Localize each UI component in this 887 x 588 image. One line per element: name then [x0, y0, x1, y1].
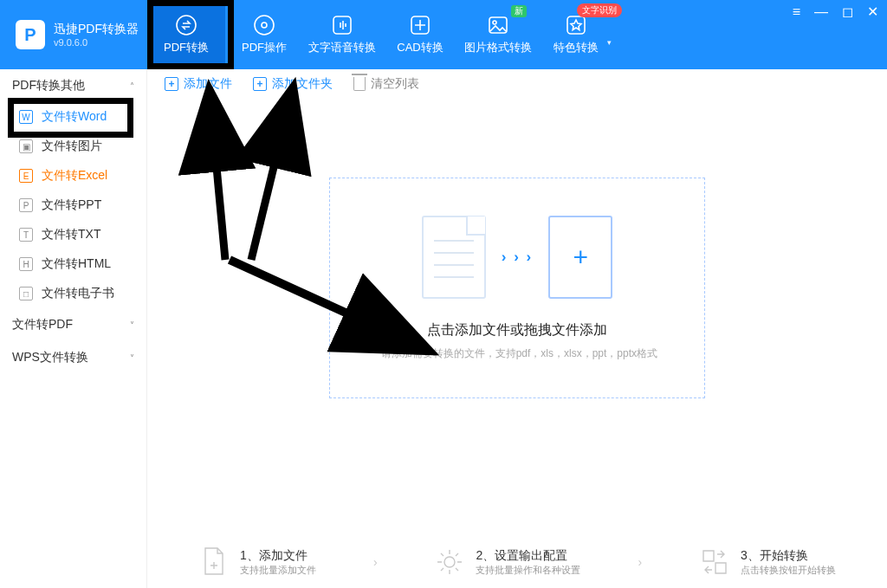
clear-list-label: 清空列表: [371, 76, 419, 92]
audio-icon: [331, 14, 353, 36]
document-icon: [422, 216, 486, 299]
chevron-right-icon: ›: [638, 555, 642, 569]
excel-icon: E: [19, 169, 33, 183]
sidebar-item-to-image[interactable]: ▣ 文件转图片: [0, 132, 146, 161]
steps-bar: 1、添加文件 支持批量添加文件 › 2、设置输出配置 支持批量操作和各种设置 ›…: [147, 546, 887, 578]
tab-image[interactable]: 新 图片格式转换: [459, 0, 537, 69]
tab-label: PDF转换: [164, 40, 209, 55]
svg-point-6: [493, 21, 496, 24]
add-file-label: 添加文件: [184, 76, 232, 92]
step-subtitle: 支持批量操作和各种设置: [476, 564, 580, 577]
step-title: 1、添加文件: [240, 548, 316, 564]
sidebar-item-label: 文件转图片: [42, 139, 102, 154]
close-icon[interactable]: ✕: [867, 3, 878, 20]
sidebar-item-to-txt[interactable]: T 文件转TXT: [0, 220, 146, 249]
group-title: PDF转换其他: [12, 78, 85, 94]
tab-label: 图片格式转换: [464, 40, 532, 55]
add-folder-button[interactable]: + 添加文件夹: [253, 76, 333, 92]
sidebar-item-label: 文件转Excel: [42, 168, 107, 184]
badge-new: 新: [511, 5, 527, 17]
convert-icon: [699, 546, 730, 578]
svg-point-1: [255, 16, 274, 35]
tab-pdf-operate[interactable]: PDF操作: [225, 0, 303, 69]
step-title: 3、开始转换: [741, 548, 836, 564]
step-title: 2、设置输出配置: [476, 548, 580, 564]
svg-point-8: [444, 557, 455, 567]
svg-rect-3: [333, 16, 351, 34]
cad-icon: [409, 14, 431, 36]
ebook-icon: □: [19, 287, 33, 300]
app-logo-icon: P: [16, 20, 45, 49]
sidebar: PDF转换其他 ˄ W 文件转Word ▣ 文件转图片 E 文件转Excel P…: [0, 69, 147, 588]
app-version: v9.0.6.0: [54, 37, 139, 48]
add-file-button[interactable]: + 添加文件: [165, 76, 232, 92]
group-title: 文件转PDF: [12, 317, 73, 333]
add-target-icon: +: [548, 216, 612, 299]
step-subtitle: 支持批量添加文件: [240, 564, 316, 577]
tab-label: 特色转换: [554, 40, 599, 55]
svg-rect-5: [489, 17, 507, 33]
ppt-icon: P: [19, 198, 33, 212]
chevron-down-icon: ˅: [130, 353, 134, 363]
chevron-down-icon: ▾: [607, 38, 612, 47]
add-folder-icon: +: [253, 77, 267, 91]
tab-tts[interactable]: 文字语音转换: [303, 0, 381, 69]
app-name: 迅捷PDF转换器: [54, 22, 139, 37]
tab-label: CAD转换: [397, 40, 443, 55]
group-title: WPS文件转换: [12, 350, 88, 365]
add-file-icon: +: [165, 77, 178, 91]
tab-special[interactable]: 文字识别 特色转换 ▾: [537, 0, 615, 69]
trash-icon: [353, 77, 366, 91]
word-icon: W: [19, 110, 33, 124]
app-brand: P 迅捷PDF转换器 v9.0.6.0: [0, 0, 147, 69]
sidebar-item-label: 文件转HTML: [42, 256, 111, 272]
add-folder-label: 添加文件夹: [272, 76, 333, 92]
html-icon: H: [19, 257, 33, 271]
file-plus-icon: [198, 546, 230, 578]
tab-pdf-convert[interactable]: PDF转换: [147, 0, 225, 69]
chevron-down-icon: ˅: [130, 320, 134, 330]
gear-icon: [253, 14, 275, 36]
image-file-icon: ▣: [19, 139, 33, 153]
step-1: 1、添加文件 支持批量添加文件: [198, 546, 316, 578]
menu-icon[interactable]: ≡: [793, 4, 800, 20]
badge-ocr: 文字识别: [577, 3, 622, 17]
svg-point-2: [262, 23, 267, 28]
step-2: 2、设置输出配置 支持批量操作和各种设置: [434, 546, 580, 578]
chevrons-right-icon: › › ›: [502, 249, 533, 266]
swap-icon: [175, 14, 197, 36]
sidebar-item-to-html[interactable]: H 文件转HTML: [0, 249, 146, 279]
group-pdf-to-other[interactable]: PDF转换其他 ˄: [0, 69, 146, 102]
image-icon: [487, 14, 509, 36]
sidebar-item-label: 文件转PPT: [42, 197, 101, 213]
header-tabs: PDF转换 PDF操作 文字语音转换 CAD转换 新 图片格式转换: [147, 0, 615, 69]
sidebar-item-label: 文件转电子书: [42, 286, 114, 301]
dropzone-visual: › › › +: [422, 216, 612, 299]
tab-label: PDF操作: [242, 40, 287, 55]
dropzone-subtitle: *请添加需要转换的文件，支持pdf，xls，xlsx，ppt，pptx格式: [377, 346, 657, 361]
tab-cad[interactable]: CAD转换: [381, 0, 459, 69]
chevron-right-icon: ›: [373, 555, 378, 569]
drop-zone[interactable]: › › › + 点击添加文件或拖拽文件添加 *请添加需要转换的文件，支持pdf，…: [329, 178, 705, 398]
sidebar-item-to-ppt[interactable]: P 文件转PPT: [0, 191, 146, 220]
step-3: 3、开始转换 点击转换按钮开始转换: [699, 546, 836, 578]
tab-label: 文字语音转换: [308, 40, 376, 55]
sidebar-item-label: 文件转Word: [42, 109, 107, 125]
sidebar-item-to-ebook[interactable]: □ 文件转电子书: [0, 279, 146, 308]
minimize-icon[interactable]: —: [814, 4, 828, 20]
clear-list-button[interactable]: 清空列表: [353, 76, 419, 92]
txt-icon: T: [19, 228, 33, 242]
sidebar-item-label: 文件转TXT: [42, 227, 100, 242]
step-subtitle: 点击转换按钮开始转换: [741, 564, 836, 577]
maximize-icon[interactable]: ◻: [842, 3, 853, 20]
dropzone-title: 点击添加文件或拖拽文件添加: [427, 321, 607, 339]
settings-icon: [434, 546, 465, 578]
group-wps[interactable]: WPS文件转换 ˅: [0, 341, 146, 374]
group-to-pdf[interactable]: 文件转PDF ˅: [0, 308, 146, 341]
sidebar-item-to-word[interactable]: W 文件转Word: [0, 102, 146, 132]
svg-point-0: [177, 16, 196, 35]
sidebar-item-to-excel[interactable]: E 文件转Excel: [0, 161, 146, 191]
chevron-up-icon: ˄: [130, 81, 134, 91]
